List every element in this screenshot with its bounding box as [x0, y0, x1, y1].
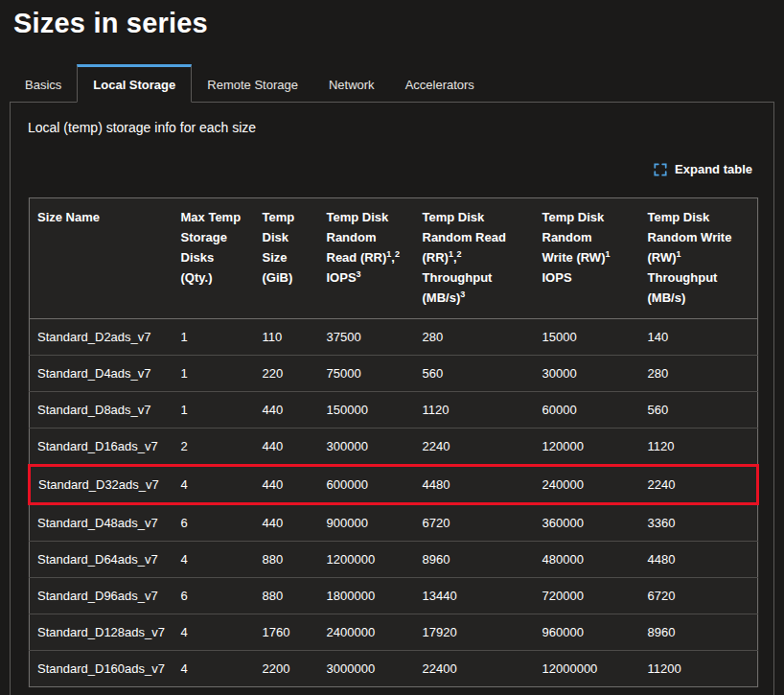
table-row[interactable]: Standard_D64ads_v74880120000089604800004…: [30, 542, 758, 578]
value-cell: 3360: [640, 504, 758, 542]
value-cell: 60000: [535, 392, 640, 429]
table-row[interactable]: Standard_D160ads_v7422003000000224001200…: [30, 651, 758, 687]
value-cell: 4: [173, 651, 255, 687]
value-cell: 560: [415, 356, 535, 392]
value-cell: 2: [173, 429, 255, 466]
value-cell: 1120: [415, 392, 535, 429]
value-cell: 6720: [415, 504, 535, 542]
column-header: Temp DiskRandomWrite (RW)1IOPS: [535, 198, 640, 319]
value-cell: 8960: [640, 614, 758, 651]
page-title: Sizes in series: [13, 8, 784, 39]
tab-network[interactable]: Network: [313, 64, 390, 103]
value-cell: 6: [173, 504, 255, 542]
value-cell: 880: [255, 578, 319, 614]
table-header: Size NameMax TempStorageDisks(Qty.)TempD…: [30, 198, 758, 319]
value-cell: 880: [255, 542, 319, 578]
size-name-cell: Standard_D64ads_v7: [30, 542, 173, 578]
value-cell: 6720: [640, 578, 758, 614]
value-cell: 4: [173, 542, 255, 578]
column-header: Temp DiskRandom Write(RW)1Throughput(MB/…: [640, 198, 758, 319]
value-cell: 560: [640, 392, 758, 429]
value-cell: 1120: [640, 429, 758, 466]
size-name-cell: Standard_D96ads_v7: [30, 578, 173, 614]
value-cell: 17920: [415, 614, 535, 651]
value-cell: 12000000: [535, 651, 640, 687]
table-row[interactable]: Standard_D48ads_v76440900000672036000033…: [30, 504, 758, 542]
expand-table-button[interactable]: Expand table: [650, 160, 756, 178]
value-cell: 220: [255, 356, 319, 392]
size-name-cell: Standard_D48ads_v7: [30, 504, 173, 542]
sizes-table: Size NameMax TempStorageDisks(Qty.)TempD…: [28, 197, 759, 687]
value-cell: 2240: [640, 466, 758, 504]
value-cell: 3000000: [319, 651, 415, 687]
value-cell: 440: [255, 429, 319, 466]
size-name-cell: Standard_D160ads_v7: [30, 651, 173, 687]
value-cell: 2200: [255, 651, 319, 687]
value-cell: 440: [255, 392, 319, 429]
value-cell: 1200000: [319, 542, 415, 578]
value-cell: 4: [173, 466, 255, 504]
value-cell: 280: [415, 319, 535, 356]
value-cell: 4: [173, 614, 255, 651]
value-cell: 300000: [319, 429, 415, 466]
value-cell: 1: [173, 356, 255, 392]
size-name-cell: Standard_D32ads_v7: [30, 466, 173, 504]
value-cell: 22400: [415, 651, 535, 687]
value-cell: 440: [255, 504, 319, 542]
value-cell: 900000: [319, 504, 415, 542]
tab-remote-storage[interactable]: Remote Storage: [192, 64, 313, 103]
table-row[interactable]: Standard_D2ads_v711103750028015000140: [30, 319, 758, 356]
size-name-cell: Standard_D4ads_v7: [30, 356, 173, 392]
column-header: Size Name: [30, 198, 173, 319]
value-cell: 120000: [535, 429, 640, 466]
value-cell: 8960: [415, 542, 535, 578]
size-name-cell: Standard_D2ads_v7: [30, 319, 173, 356]
content-panel: Local (temp) storage info for each size …: [10, 102, 774, 695]
value-cell: 1: [173, 392, 255, 429]
table-row[interactable]: Standard_D8ads_v71440150000112060000560: [30, 392, 758, 429]
value-cell: 960000: [535, 614, 640, 651]
table-body: Standard_D2ads_v711103750028015000140Sta…: [30, 319, 758, 687]
value-cell: 37500: [319, 319, 415, 356]
value-cell: 240000: [535, 466, 640, 504]
value-cell: 75000: [319, 356, 415, 392]
value-cell: 11200: [640, 651, 758, 687]
table-row[interactable]: Standard_D4ads_v712207500056030000280: [30, 356, 758, 392]
value-cell: 1: [173, 319, 255, 356]
value-cell: 110: [255, 319, 319, 356]
value-cell: 150000: [319, 392, 415, 429]
expand-table-label: Expand table: [675, 162, 752, 176]
column-header: TempDiskSize(GiB): [255, 198, 319, 319]
value-cell: 1760: [255, 614, 319, 651]
value-cell: 4480: [640, 542, 758, 578]
column-header: Max TempStorageDisks(Qty.): [173, 198, 255, 319]
value-cell: 4480: [415, 466, 535, 504]
table-toolbar: Expand table: [28, 160, 756, 178]
value-cell: 13440: [415, 578, 535, 614]
value-cell: 15000: [535, 319, 640, 356]
column-header: Temp DiskRandom Read(RR)1,2Throughput(MB…: [415, 198, 535, 319]
table-header-row: Size NameMax TempStorageDisks(Qty.)TempD…: [30, 198, 758, 319]
value-cell: 140: [640, 319, 758, 356]
value-cell: 6: [173, 578, 255, 614]
table-row[interactable]: Standard_D16ads_v72440300000224012000011…: [30, 429, 758, 466]
size-name-cell: Standard_D16ads_v7: [30, 429, 173, 466]
value-cell: 480000: [535, 542, 640, 578]
value-cell: 30000: [535, 356, 640, 392]
value-cell: 280: [640, 356, 758, 392]
value-cell: 720000: [535, 578, 640, 614]
tab-accelerators[interactable]: Accelerators: [390, 64, 490, 103]
value-cell: 440: [255, 466, 319, 504]
column-header: Temp DiskRandomRead (RR)1,2IOPS3: [319, 198, 415, 319]
tab-bar: Basics Local Storage Remote Storage Netw…: [10, 64, 774, 102]
table-row[interactable]: Standard_D128ads_v7417602400000179209600…: [30, 614, 758, 651]
table-row[interactable]: Standard_D96ads_v76880180000013440720000…: [30, 578, 758, 614]
value-cell: 1800000: [319, 578, 415, 614]
size-name-cell: Standard_D8ads_v7: [30, 392, 173, 429]
section-heading: Local (temp) storage info for each size: [28, 120, 756, 135]
tab-local-storage[interactable]: Local Storage: [77, 64, 192, 103]
table-row-highlighted[interactable]: Standard_D32ads_v74440600000448024000022…: [30, 466, 758, 504]
value-cell: 360000: [535, 504, 640, 542]
value-cell: 2240: [415, 429, 535, 466]
tab-basics[interactable]: Basics: [10, 64, 77, 103]
